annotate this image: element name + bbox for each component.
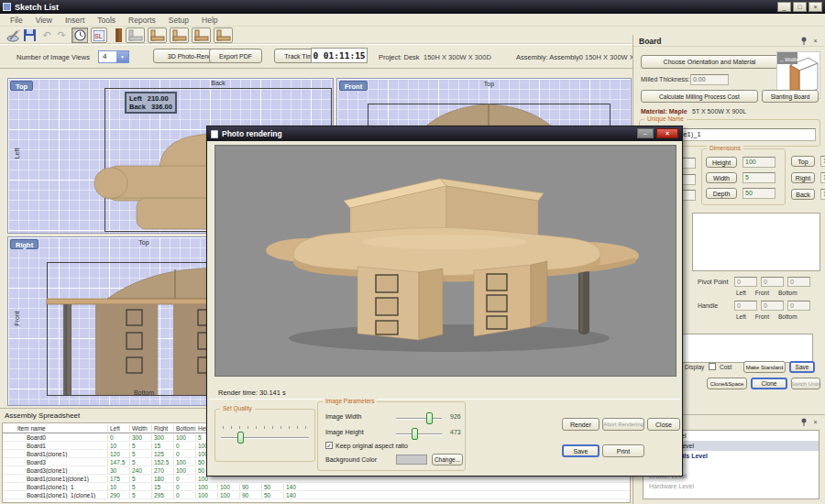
menu-item-insert[interactable]: Insert [59, 16, 91, 25]
board-list-box[interactable] [692, 213, 820, 271]
photo-rendering-dialog[interactable]: Photo rendering – × [206, 126, 683, 477]
dim-button-depth[interactable]: Depth [706, 188, 737, 199]
offset-button-top[interactable]: Top [791, 156, 815, 167]
minimize-icon[interactable]: _ [777, 2, 791, 12]
open-sketch-icon[interactable] [5, 27, 21, 43]
row-cell: 100 [217, 492, 239, 499]
menu-item-file[interactable]: File [4, 16, 29, 25]
corner-board-icon-1[interactable] [148, 27, 167, 43]
pivot-field-1[interactable]: 0 [761, 277, 784, 287]
handle-field-0[interactable]: 0 [734, 301, 757, 311]
row-cell: 100 [195, 492, 217, 499]
wood-board-icon[interactable] [110, 27, 126, 43]
column-header-3[interactable]: Right [151, 425, 173, 432]
handle-field-1[interactable]: 0 [761, 301, 784, 311]
offset-button-back[interactable]: Back [791, 189, 815, 200]
render-button[interactable]: Render [562, 418, 600, 431]
print-button[interactable]: Print [602, 444, 644, 457]
calc-milling-cost-button[interactable]: Calculate Milling Process Cost [641, 90, 758, 103]
dialog-title: Photo rendering [222, 129, 282, 138]
num-views-select[interactable]: 4 ▼ [98, 50, 129, 63]
row-cell: 270 [151, 467, 173, 474]
corner-board-icon-2[interactable] [170, 27, 189, 43]
column-header-4[interactable]: Bottom [173, 425, 195, 432]
levels-close-icon[interactable]: × [810, 418, 820, 427]
switch-units-button[interactable]: Switch Units [791, 378, 820, 389]
dim-button-height[interactable]: Height [706, 157, 737, 168]
row-cell: 152.5 [151, 459, 173, 466]
offset-field-right[interactable]: 15 [820, 172, 825, 183]
table-row[interactable]: Board1(clone1)_1(clone1)2905295010010090… [3, 491, 630, 499]
slanting-board-button[interactable]: Slanting Board [762, 90, 819, 103]
row-item-name: Board1(clone1)_1 [3, 484, 107, 490]
row-cell: 300 [151, 434, 173, 441]
save-icon[interactable] [21, 27, 38, 43]
save-button[interactable]: Save [562, 444, 600, 457]
choose-orientation-button[interactable]: Choose Orientation and Material [641, 55, 778, 69]
pivot-field-2[interactable]: 0 [787, 277, 810, 287]
pivot-field-0[interactable]: 0 [734, 277, 757, 287]
offset-field-top[interactable]: 100 [820, 156, 825, 167]
close-icon[interactable]: × [808, 2, 822, 12]
window-titlebar[interactable]: Sketch List _ □ × [0, 0, 825, 14]
dialog-close-icon[interactable]: × [656, 128, 678, 138]
image-height-slider[interactable] [396, 433, 442, 435]
dialog-titlebar[interactable]: Photo rendering – × [207, 126, 682, 141]
maximize-icon[interactable]: □ [793, 2, 807, 12]
corner-board-icon-3[interactable] [192, 27, 211, 43]
redo-icon[interactable]: ↷ [53, 27, 70, 43]
dialog-close-button[interactable]: Close [647, 418, 680, 431]
dialog-minimize-icon[interactable]: – [637, 128, 654, 138]
quality-slider-thumb[interactable] [237, 432, 244, 444]
change-color-button[interactable]: Change... [432, 454, 463, 466]
column-header-item-name[interactable]: Item name [3, 425, 107, 432]
level-item-hardware-level[interactable]: Hardware Level [644, 481, 819, 491]
corner-board-icon-disabled[interactable] [126, 27, 145, 43]
quality-slider[interactable] [221, 437, 309, 439]
offset-button-right[interactable]: Right [791, 172, 815, 183]
levels-pin-icon[interactable] [798, 418, 808, 427]
column-header-2[interactable]: Width [129, 425, 151, 432]
image-width-slider[interactable] [396, 418, 442, 420]
image-height-thumb[interactable] [412, 428, 418, 440]
menu-item-reports[interactable]: Reports [122, 16, 162, 25]
dim-field-width[interactable]: 5 [742, 172, 776, 183]
menu-item-tools[interactable]: Tools [91, 16, 122, 25]
offset-field-back[interactable]: 140 [820, 189, 825, 200]
image-height-value: 473 [450, 429, 461, 435]
corner-board-icon-4[interactable] [214, 27, 233, 43]
row-cell: 50 [261, 484, 283, 490]
row-cell: 15 [151, 484, 173, 490]
panel-close-icon[interactable]: × [810, 37, 820, 46]
clone-button[interactable]: Clone [751, 378, 787, 389]
column-header-1[interactable]: Left [107, 425, 129, 432]
dim-field-depth[interactable]: 50 [742, 188, 776, 199]
clock-icon[interactable] [72, 27, 88, 43]
handle-field-2[interactable]: 0 [787, 301, 810, 311]
aspect-ratio-checkbox[interactable]: ✓ [325, 442, 333, 449]
menu-item-view[interactable]: View [29, 16, 59, 25]
export-pdf-button[interactable]: Export PDF [209, 49, 262, 63]
row-cell: 0 [107, 434, 129, 441]
make-standard-button[interactable]: Make Standard [743, 361, 786, 373]
row-cell: 0 [173, 443, 195, 449]
menu-item-setup[interactable]: Setup [162, 16, 195, 25]
board-save-button[interactable]: Save [789, 361, 815, 373]
chevron-down-icon[interactable]: ▼ [116, 51, 128, 62]
milled-thickness-field[interactable]: 0.00 [690, 74, 729, 85]
cost-checkbox[interactable] [709, 363, 716, 370]
row-cell: 5 [129, 459, 151, 466]
dim-button-width[interactable]: Width [706, 172, 737, 183]
handle-axis-label-0: Left [736, 313, 746, 320]
dim-field-height[interactable]: 100 [742, 157, 776, 168]
num-views-value: 4 [99, 51, 116, 62]
abort-rendering-button[interactable]: Abort Rendering [602, 418, 644, 431]
image-width-thumb[interactable] [426, 412, 433, 424]
window-title: Sketch List [15, 3, 59, 12]
clone-space-button[interactable]: Clone&Space [707, 378, 747, 389]
pin-icon[interactable] [798, 37, 808, 46]
menu-item-help[interactable]: Help [195, 16, 224, 25]
material-label: Material: Maple [641, 108, 688, 115]
sketchlist-logo-icon[interactable]: SL [91, 27, 107, 43]
table-row[interactable]: Board1(clone1)_11051501001009050140 [3, 483, 630, 491]
